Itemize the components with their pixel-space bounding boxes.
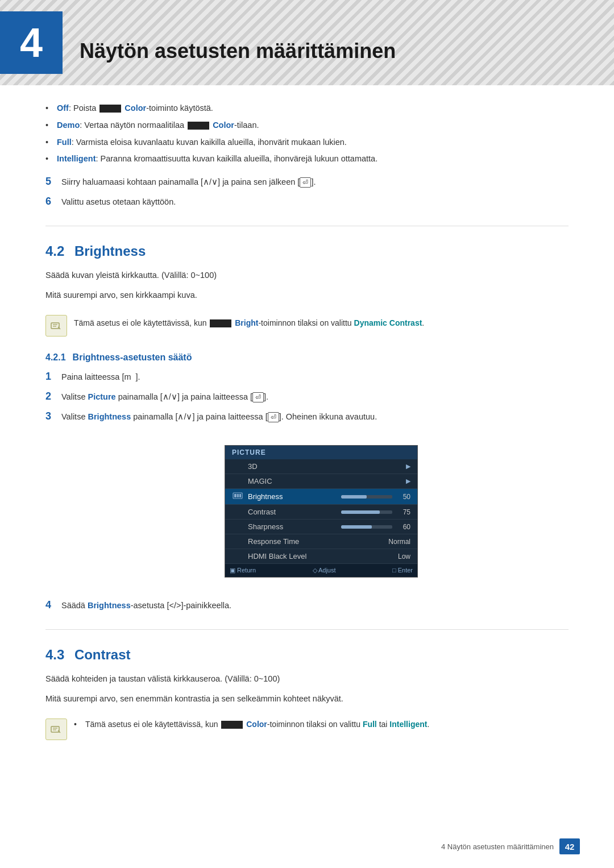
- step-421-3-text: Valitse Brightness painamalla [∧/∨] ja p…: [61, 410, 377, 423]
- page-number: 42: [559, 838, 580, 854]
- svg-rect-6: [239, 494, 241, 497]
- step-421-1-text: Paina laitteessa [m ].: [61, 371, 140, 384]
- osd-row-contrast: Contrast 75: [225, 505, 417, 520]
- step-421-1-number: 1: [45, 371, 61, 383]
- page-header: 4 Näytön asetusten määrittäminen: [0, 0, 614, 85]
- section-42-note: Tämä asetus ei ole käytettävissä, kun Br…: [45, 312, 569, 340]
- osd-row-brightness: Brightness 50: [225, 489, 417, 505]
- section-divider-2: [45, 629, 569, 630]
- section-43-note: Tämä asetus ei ole käytettävissä, kun Co…: [45, 715, 569, 744]
- osd-row-sharpness: Sharpness 60: [225, 520, 417, 534]
- color-options-list: Off: Poista Color-toiminto käytöstä. Dem…: [45, 102, 569, 165]
- note-bright-label: Bright: [235, 318, 258, 327]
- osd-footer: ▣ Return ◇ Adjust □ Enter: [225, 564, 417, 577]
- page-footer: 4 Näytön asetusten määrittäminen 42: [441, 838, 580, 854]
- section-43-note-list: Tämä asetus ei ole käytettävissä, kun Co…: [74, 719, 429, 735]
- section-42-desc1: Säädä kuvan yleistä kirkkautta. (Välillä…: [45, 268, 569, 283]
- step-6-text: Valittu asetus otetaan käyttöön.: [61, 196, 176, 209]
- osd-return: ▣ Return: [230, 567, 256, 574]
- main-content: Off: Poista Color-toiminto käytöstä. Dem…: [0, 102, 614, 744]
- section-42-desc2: Mitä suurempi arvo, sen kirkkaampi kuva.: [45, 288, 569, 302]
- step-421-2-number: 2: [45, 391, 61, 402]
- osd-brightness-icon: [232, 492, 243, 501]
- osd-brightness-label: Brightness: [248, 492, 337, 501]
- osd-enter: □ Enter: [392, 567, 413, 574]
- osd-hdmi-value: Low: [398, 553, 410, 560]
- svg-rect-0: [51, 323, 59, 329]
- osd-adjust: ◇ Adjust: [313, 567, 336, 574]
- osd-sharpness-bar: [341, 525, 392, 529]
- step-421-2: 2 Valitse Picture painamalla [∧/∨] ja pa…: [45, 391, 569, 404]
- step-6-number: 6: [45, 196, 61, 207]
- list-item-demo: Demo: Vertaa näytön normaalitilaa Color-…: [45, 119, 569, 132]
- osd-row-magic: MAGIC ▶: [225, 474, 417, 489]
- section-43-desc1: Säädä kohteiden ja taustan välistä kirkk…: [45, 672, 569, 686]
- step-421-4-text: Säädä Brightness-asetusta [</>]-painikke…: [61, 599, 231, 612]
- osd-contrast-bar: [341, 510, 392, 514]
- section-43-num: 4.3: [45, 647, 72, 662]
- black-rect-off: [99, 105, 121, 113]
- black-rect-demo: [188, 122, 209, 130]
- section-43-note-item: Tämä asetus ei ole käytettävissä, kun Co…: [74, 719, 429, 730]
- step-421-1: 1 Paina laitteessa [m ].: [45, 371, 569, 384]
- step-421-2-bold: Picture: [88, 392, 115, 401]
- option-intelligent-label: Intelligent: [57, 154, 96, 163]
- section-43-title: Contrast: [74, 647, 131, 662]
- svg-rect-4: [234, 494, 237, 497]
- note-icon-43: [45, 719, 67, 740]
- step-421-4-number: 4: [45, 599, 61, 611]
- note-icon-42: [45, 315, 67, 337]
- chapter-number: 4: [0, 11, 63, 74]
- section-42-title: Brightness: [74, 243, 146, 259]
- osd-row-hdmi: HDMI Black Level Low: [225, 549, 417, 564]
- step-421-4: 4 Säädä Brightness-asetusta [</>]-painik…: [45, 599, 569, 612]
- osd-row-response: Response Time Normal: [225, 534, 417, 549]
- step-5-number: 5: [45, 176, 61, 188]
- osd-row-3d: 3D ▶: [225, 459, 417, 474]
- osd-title: PICTURE: [225, 446, 417, 459]
- section-42-heading: 4.2 Brightness: [45, 243, 569, 259]
- subsection-421-title: Brightness-asetusten säätö: [73, 352, 192, 363]
- osd-wrapper: PICTURE 3D ▶ MAGIC ▶: [74, 434, 569, 589]
- step-421-3-number: 3: [45, 410, 61, 422]
- list-item-off: Off: Poista Color-toiminto käytöstä.: [45, 102, 569, 115]
- step-421-4-bold: Brightness: [88, 601, 131, 610]
- section-43-heading: 4.3 Contrast: [45, 647, 569, 663]
- osd-brightness-fill: [341, 495, 367, 499]
- step-421-3-bold: Brightness: [88, 412, 131, 421]
- note-43-intelligent: Intelligent: [389, 720, 427, 729]
- option-demo-color: Color: [213, 121, 234, 130]
- option-full-label: Full: [57, 138, 72, 147]
- subsection-421-num: 4.2.1: [45, 352, 66, 363]
- step-421-3: 3 Valitse Brightness painamalla [∧/∨] ja…: [45, 410, 569, 423]
- osd-menu: PICTURE 3D ▶ MAGIC ▶: [225, 445, 418, 578]
- step-5: 5 Siirry haluamaasi kohtaan painamalla […: [45, 176, 569, 189]
- footer-text: 4 Näytön asetusten määrittäminen: [441, 842, 554, 851]
- osd-brightness-value: 50: [397, 493, 410, 501]
- black-rect-note-43: [221, 721, 243, 729]
- note-dynamic-contrast: Dynamic Contrast: [354, 318, 422, 327]
- osd-response-value: Normal: [388, 538, 410, 546]
- chapter-title: Näytön asetusten määrittäminen: [80, 22, 396, 63]
- list-item-intelligent: Intelligent: Paranna kromaattisuutta kuv…: [45, 153, 569, 165]
- note-43-color: Color: [246, 720, 267, 729]
- step-5-text: Siirry haluamaasi kohtaan painamalla [∧/…: [61, 176, 316, 189]
- note-43-full: Full: [363, 720, 377, 729]
- step-421-2-text: Valitse Picture painamalla [∧/∨] ja pain…: [61, 391, 268, 404]
- option-off-text1: : Poista: [69, 103, 98, 113]
- subsection-421-heading: 4.2.1 Brightness-asetusten säätö: [45, 352, 569, 363]
- section-43-desc2: Mitä suurempi arvo, sen enemmän kontrast…: [45, 692, 569, 706]
- section-42-num: 4.2: [45, 243, 72, 259]
- option-demo-label: Demo: [57, 121, 80, 130]
- option-off-label: Off: [57, 103, 69, 113]
- black-rect-note-42: [210, 319, 231, 327]
- section-divider-1: [45, 226, 569, 226]
- osd-brightness-bar: [341, 495, 392, 499]
- option-off-color: Color: [125, 103, 146, 113]
- step-6: 6 Valittu asetus otetaan käyttöön.: [45, 196, 569, 209]
- svg-rect-5: [237, 494, 239, 497]
- svg-rect-7: [51, 726, 59, 732]
- section-42-note-text: Tämä asetus ei ole käytettävissä, kun Br…: [74, 315, 424, 329]
- list-item-full: Full: Varmista eloisa kuvanlaatu kuvan k…: [45, 136, 569, 149]
